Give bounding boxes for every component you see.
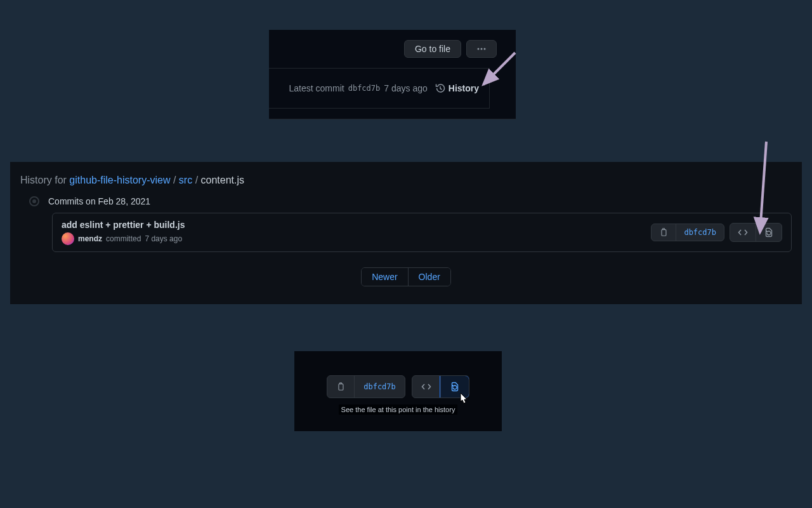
- browse-code-button[interactable]: [412, 376, 440, 398]
- breadcrumb-prefix: History for: [20, 175, 69, 185]
- file-history-icon: [450, 382, 460, 392]
- commit-actions: dbfcd7b: [651, 223, 782, 242]
- breadcrumb-repo-link[interactable]: github-file-history-view: [69, 175, 170, 185]
- tooltip-snippet-panel: dbfcd7b See the file at this point in th…: [294, 351, 502, 431]
- commit-verb: committed: [106, 234, 141, 243]
- more-options-button[interactable]: [466, 40, 497, 58]
- code-icon: [421, 382, 431, 392]
- latest-commit-label: Latest commit: [289, 83, 344, 93]
- copy-hash-button[interactable]: [327, 376, 354, 398]
- breadcrumb-separator: /: [173, 175, 179, 185]
- commit-date-heading: Commits on Feb 28, 2021: [20, 196, 792, 206]
- pager-older-button[interactable]: Older: [408, 268, 450, 286]
- code-icon: [738, 227, 748, 237]
- browse-code-button[interactable]: [730, 224, 756, 241]
- commit-meta: mendz committed 7 days ago: [62, 232, 185, 245]
- commit-hash-button[interactable]: dbfcd7b: [354, 376, 405, 398]
- pager-newer-button[interactable]: Newer: [362, 268, 407, 286]
- svg-point-2: [484, 48, 486, 50]
- commit-row: add eslint + prettier + build.js mendz c…: [52, 213, 792, 252]
- kebab-horizontal-icon: [476, 44, 487, 54]
- commit-age: 7 days ago: [384, 83, 428, 93]
- latest-commit-row: Latest commit dbfcd7b 7 days ago History: [269, 68, 490, 109]
- breadcrumb-current-file: content.js: [201, 175, 244, 185]
- history-icon: [435, 83, 445, 93]
- clipboard-icon: [336, 382, 345, 391]
- avatar[interactable]: [62, 232, 74, 245]
- svg-rect-4: [662, 230, 666, 236]
- svg-rect-6: [339, 384, 343, 391]
- copy-hash-button[interactable]: [652, 224, 676, 241]
- history-label-text: History: [449, 83, 479, 93]
- commit-author-link[interactable]: mendz: [78, 234, 102, 243]
- history-pager: Newer Older: [20, 267, 792, 286]
- view-file-at-commit-button[interactable]: [440, 376, 469, 398]
- commit-actions-zoom: dbfcd7b: [327, 375, 469, 398]
- breadcrumb: History for github-file-history-view / s…: [20, 175, 792, 186]
- tooltip: See the file at this point in the histor…: [339, 404, 458, 415]
- file-header-panel: Go to file Latest commit dbfcd7b 7 days …: [269, 30, 516, 119]
- svg-point-1: [481, 48, 483, 50]
- hash-button-group: dbfcd7b: [651, 224, 724, 241]
- clipboard-icon: [659, 228, 668, 237]
- commit-age: 7 days ago: [145, 234, 182, 243]
- commit-info: add eslint + prettier + build.js mendz c…: [62, 220, 185, 245]
- breadcrumb-folder-link[interactable]: src: [179, 175, 192, 185]
- file-header-toolbar: Go to file: [269, 30, 516, 68]
- timeline-dot-icon: [29, 196, 39, 206]
- hash-button-group: dbfcd7b: [327, 375, 405, 398]
- history-page-panel: History for github-file-history-view / s…: [10, 162, 802, 304]
- history-link[interactable]: History: [435, 83, 479, 93]
- browse-button-group: [412, 375, 469, 398]
- svg-point-0: [478, 48, 480, 50]
- commit-hash-link[interactable]: dbfcd7b: [348, 84, 381, 93]
- go-to-file-button[interactable]: Go to file: [404, 40, 461, 58]
- commit-date-text: Commits on Feb 28, 2021: [48, 196, 150, 206]
- commit-title-link[interactable]: add eslint + prettier + build.js: [62, 220, 185, 230]
- browse-button-group: [730, 223, 782, 242]
- breadcrumb-separator: /: [195, 175, 201, 185]
- commit-hash-button[interactable]: dbfcd7b: [676, 224, 724, 241]
- file-history-icon: [764, 227, 774, 237]
- view-file-at-commit-button[interactable]: [756, 224, 782, 241]
